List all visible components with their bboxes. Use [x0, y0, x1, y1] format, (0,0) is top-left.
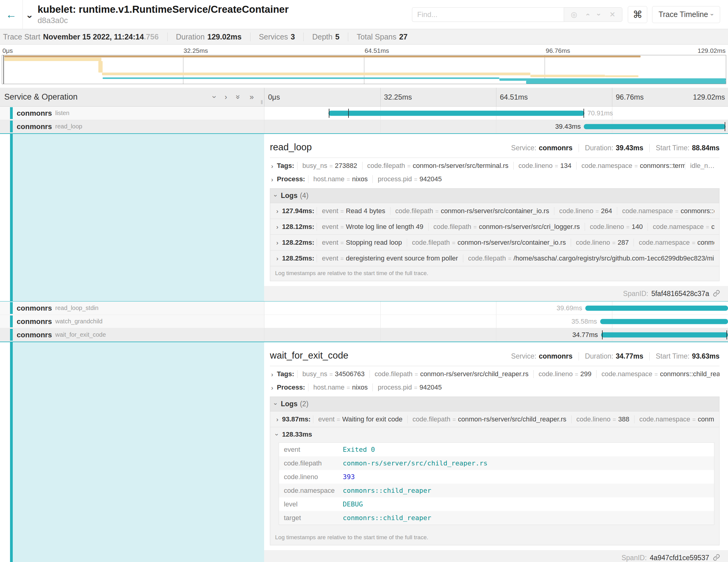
detail-accent-column	[0, 134, 264, 301]
chevron-right-icon: ›	[276, 255, 278, 261]
minimap-span-bar	[4, 56, 641, 57]
log-entry[interactable]: › 128.22ms: event=Stopping read loopcode…	[270, 235, 719, 250]
prev-result-icon[interactable]: ›	[584, 13, 591, 16]
span-duration-bar[interactable]	[584, 124, 726, 129]
chevron-right-icon: ›	[276, 223, 278, 230]
view-selector-button[interactable]: Trace Timeline ›	[652, 6, 720, 23]
expand-all-icon[interactable]: »	[250, 93, 254, 101]
span-duration-label: 35.58ms	[571, 318, 600, 325]
tags-row[interactable]: › Tags: busy_ns=34506763 code.filepath=c…	[270, 367, 719, 381]
span-name-cell[interactable]: conmonrs watch_grandchild	[0, 315, 264, 328]
span-name-cell[interactable]: conmonrs listen	[0, 107, 264, 120]
span-bar-cell[interactable]: 39.69ms	[264, 301, 728, 315]
minimap-span-bar	[102, 73, 530, 75]
process-row[interactable]: › Process: host.name=nixos process.pid=9…	[270, 381, 719, 394]
stat-item: Services3	[250, 32, 295, 41]
span-detail-read-loop: read_loop Service:conmonrs Duration:39.4…	[0, 133, 728, 301]
collapse-one-icon[interactable]: ›	[210, 96, 218, 98]
log-field-row: event Exited 0	[279, 443, 714, 456]
minimap-tick-label: 0μs	[2, 47, 183, 54]
back-button[interactable]: ←	[0, 0, 23, 29]
minimap-scrubber-handle[interactable]	[3, 55, 4, 84]
deep-link-icon[interactable]	[713, 554, 720, 562]
chevron-right-icon: ›	[276, 208, 278, 214]
timeline-tick-label: 32.25ms	[380, 93, 496, 101]
log-field: event=Read 4 bytes	[317, 207, 390, 215]
operation-name: watch_grandchild	[55, 318, 103, 325]
keyboard-shortcuts-button[interactable]: ⌘	[628, 6, 647, 23]
span-row-wait-for-exit-code[interactable]: conmonrs wait_for_exit_code 34.77ms	[0, 328, 728, 342]
timeline-tick-label: 0μs	[264, 93, 380, 101]
span-duration-bar[interactable]	[328, 111, 584, 116]
log-entry[interactable]: › 127.94ms: event=Read 4 bytescode.filep…	[270, 203, 719, 219]
span-duration-bar[interactable]	[585, 305, 728, 311]
find-input[interactable]	[412, 7, 564, 22]
span-duration-bar[interactable]	[600, 319, 728, 324]
minimap-tick-row: 0μs32.25ms64.51ms96.76ms129.02ms	[2, 46, 726, 55]
timeline-minimap: 0μs32.25ms64.51ms96.76ms129.02ms	[0, 45, 728, 88]
span-name-cell[interactable]: conmonrs read_loop_stdin	[0, 301, 264, 315]
log-entry[interactable]: › 93.87ms: event=Waiting for exit codeco…	[270, 411, 719, 427]
span-row-read-loop-stdin[interactable]: conmonrs read_loop_stdin 39.69ms	[0, 301, 728, 315]
service-name: conmonrs	[17, 304, 52, 312]
log-field: event=deregistering event source from po…	[317, 254, 463, 262]
next-result-icon[interactable]: ›	[595, 13, 603, 16]
span-id-value: 5faf48165428c37a	[651, 290, 709, 298]
service-name: conmonrs	[17, 331, 52, 339]
log-field-row: target conmonrs::child_reaper	[279, 511, 714, 525]
timeline-tick-label: 64.51ms	[496, 93, 612, 101]
log-field: code.namespace=conmon…	[634, 239, 714, 247]
log-marker-tick	[602, 330, 603, 339]
span-bar-cell[interactable]: 39.43ms	[264, 120, 728, 133]
span-color-stripe	[10, 342, 13, 562]
deep-link-icon[interactable]	[713, 290, 720, 299]
expand-one-icon[interactable]: ›	[225, 93, 227, 101]
span-name-cell[interactable]: conmonrs read_loop	[0, 120, 264, 133]
tag-item: code.filepath=conmon-rs/server/src/termi…	[362, 162, 513, 170]
span-bar-cell[interactable]: 70.91ms	[264, 107, 728, 120]
service-operation-header: Service & Operation › › » » ‖	[0, 88, 264, 106]
minimap-tick-label: 32.25ms	[183, 47, 364, 54]
tags-row[interactable]: › Tags: busy_ns=273882 code.filepath=con…	[270, 159, 719, 172]
operation-name: wait_for_exit_code	[55, 331, 106, 338]
span-bar-cell[interactable]: 34.77ms	[264, 328, 728, 342]
trace-header-collapse-toggle[interactable]: ›	[29, 12, 32, 22]
log-entry[interactable]: › 128.12ms: event=Wrote log line of leng…	[270, 219, 719, 235]
clear-search-icon[interactable]: ✕	[609, 10, 615, 19]
span-meta-item: Start Time:93.63ms	[649, 352, 719, 360]
collapse-all-icon[interactable]: »	[235, 95, 242, 99]
span-row-listen[interactable]: conmonrs listen 70.91ms	[0, 107, 728, 120]
process-item: process.pid=942045	[373, 175, 447, 183]
chevron-down-icon: ›	[710, 13, 716, 15]
tag-item: code.lineno=134	[513, 162, 576, 170]
chevron-right-icon: ›	[271, 384, 273, 391]
log-marker-tick	[329, 109, 329, 118]
span-id-value: 4a947cfd1ce59537	[650, 554, 709, 562]
tag-item: code.namespace=conmonrs::child_reap…	[596, 370, 719, 378]
log-marker-tick	[726, 330, 727, 339]
minimap-canvas[interactable]	[2, 55, 726, 84]
trace-id: d8a3a0c	[38, 16, 289, 25]
span-meta-item: Start Time:88.84ms	[649, 144, 719, 152]
stat-item: Trace StartNovember 15 2022, 11:24:14.75…	[3, 32, 159, 41]
log-field-row: code.lineno 393	[279, 470, 714, 484]
span-name-cell[interactable]: conmonrs wait_for_exit_code	[0, 328, 264, 342]
logs-header[interactable]: › Logs (4)	[270, 189, 719, 203]
span-row-watch-grandchild[interactable]: conmonrs watch_grandchild 35.58ms	[0, 315, 728, 328]
column-resize-handle[interactable]: ‖	[260, 99, 263, 106]
match-target-icon[interactable]: ◎	[571, 10, 577, 19]
span-row-read-loop[interactable]: conmonrs read_loop 39.43ms	[0, 120, 728, 133]
log-entry-expanded[interactable]: › 128.33ms	[270, 427, 719, 442]
detail-accent-fill	[13, 134, 264, 301]
logs-header[interactable]: › Logs (2)	[270, 397, 719, 411]
logs-section: › Logs (4) › 127.94ms: event=Read 4 byte…	[270, 188, 719, 281]
process-row[interactable]: › Process: host.name=nixos process.pid=9…	[270, 172, 719, 186]
span-bar-cell[interactable]: 35.58ms	[264, 315, 728, 328]
log-field: code.namespace=co…	[648, 223, 714, 231]
span-duration-bar[interactable]	[601, 332, 728, 337]
span-detail-meta: Service:conmonrs Duration:39.43ms Start …	[511, 144, 719, 152]
chevron-right-icon: ›	[271, 163, 273, 169]
chevron-down-icon: ›	[26, 15, 35, 18]
log-field: code.namespace=conmon…	[634, 415, 714, 423]
log-entry[interactable]: › 128.25ms: event=deregistering event so…	[270, 250, 719, 266]
